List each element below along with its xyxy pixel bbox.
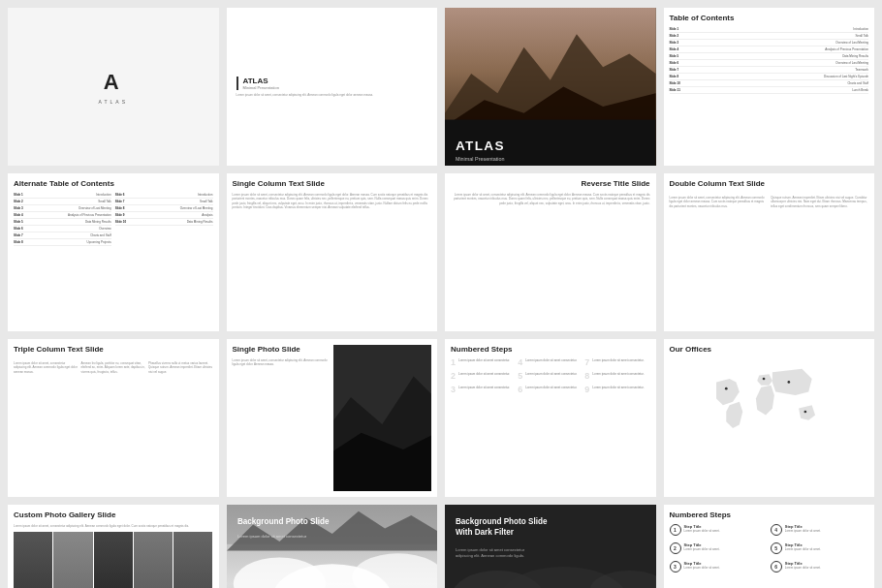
- toc-list: Slide 1Introduction Slide 2Small Talk Sl…: [670, 27, 869, 94]
- step-item: 9Lorem ipsum dolor sit amet consectetur.: [584, 386, 649, 394]
- alt-toc-cols: Slide 1Introduction Slide 2Small Talk Sl…: [14, 193, 213, 247]
- svg-text:Background Photo Slide: Background Photo Slide: [236, 518, 329, 527]
- triple-col-3: Phasellus viverra nulla ut metus varius …: [148, 361, 213, 375]
- slide-triple-col: Triple Column Text Slide Lorem ipsum dol…: [8, 339, 219, 497]
- step-item: 4Lorem ipsum dolor sit amet consectetur.: [518, 358, 583, 367]
- double-col-2: Quisque rutrum. Aenean imperdiet. Etiam …: [771, 196, 868, 209]
- photo-strip-2: [53, 532, 92, 588]
- circle-steps-grid: 1 Step TitleLorem ipsum dolor sit amet. …: [670, 524, 869, 576]
- toc-row: Slide 5Data Mining Results: [670, 54, 869, 60]
- svg-point-10: [762, 378, 765, 381]
- svg-text:adipiscing elit. Aenean commod: adipiscing elit. Aenean commodo ligula.: [456, 554, 524, 559]
- single-photo-body: Lorem ipsum dolor sit amet, consectetur …: [233, 358, 331, 367]
- triple-col-2: Aenean leo ligula, porttitor eu, consequ…: [81, 361, 146, 375]
- double-col-content: Lorem ipsum dolor sit amet, consectetur …: [670, 193, 869, 209]
- slide-bg-photo: Background Photo Slide Lorem ipsum dolor…: [227, 505, 438, 588]
- slide-atlas-line: ATLAS Minimal Presentation Lorem ipsum d…: [227, 8, 438, 166]
- svg-text:Lorem ipsum dolor sit amet con: Lorem ipsum dolor sit amet consectetur: [456, 547, 525, 552]
- custom-gallery-title: Custom Photo Gallery Slide: [14, 511, 213, 520]
- circle-step-3: 2 Step TitleLorem ipsum dolor sit amet.: [670, 542, 768, 554]
- toc-row: Slide 10Charts and Stuff: [670, 81, 869, 87]
- slide-single-col: Single Column Text Slide Lorem ipsum dol…: [227, 173, 438, 331]
- triple-col-title: Triple Column Text Slide: [14, 345, 213, 355]
- step-item: 7Lorem ipsum dolor sit amet consectetur.: [584, 358, 649, 367]
- atlas-title-text: ATLAS: [99, 99, 128, 105]
- step-item: 1Lorem ipsum dolor sit amet consectetur.: [451, 358, 516, 367]
- svg-text:Background Photo Slide: Background Photo Slide: [456, 518, 548, 527]
- photo-strip-1: [14, 532, 52, 588]
- single-photo-title: Single Photo Slide: [233, 345, 331, 355]
- photo-strip-5: [173, 532, 212, 588]
- slide-bg-photo-dark: Background Photo Slide With Dark Filter …: [445, 505, 656, 588]
- svg-point-11: [787, 381, 790, 384]
- alt-toc-col1: Slide 1Introduction Slide 2Small Talk Sl…: [14, 193, 111, 247]
- slide-numbered-steps-2: Numbered Steps 1 Step TitleLorem ipsum d…: [664, 505, 875, 588]
- svg-point-12: [803, 411, 806, 414]
- single-col-body: Lorem ipsum dolor sit amet, consectetur …: [233, 193, 432, 210]
- reverse-body: Lorem ipsum dolor sit amet, consectetur …: [451, 193, 650, 206]
- slide-atlas-title: A ATLAS: [8, 8, 219, 166]
- toc-row: Slide 11Lunch Break: [670, 88, 869, 94]
- toc-row: Slide 6Overview of Last Meeting: [670, 61, 869, 67]
- slide-grid: A ATLAS ATLAS Minimal Presentation Lorem…: [0, 0, 882, 588]
- circle-step-2: 4 Step TitleLorem ipsum dolor sit amet.: [771, 524, 868, 536]
- slide-toc: Table of Contents Slide 1Introduction Sl…: [664, 8, 875, 166]
- circle-step-4: 5 Step TitleLorem ipsum dolor sit amet.: [771, 542, 868, 554]
- custom-gallery-body: Lorem ipsum dolor sit amet, consectetur …: [14, 524, 213, 529]
- atlas-line-subtitle: Minimal Presentation: [243, 85, 432, 90]
- toc-row: Slide 4Analysis of Previous Presentation: [670, 47, 869, 53]
- step-item: 8Lorem ipsum dolor sit amet consectetur.: [584, 372, 649, 381]
- numbered-steps-1-title: Numbered Steps: [451, 345, 650, 355]
- toc-row: Slide 7Teamwork: [670, 68, 869, 74]
- numbered-steps-2-title: Numbered Steps: [670, 511, 869, 520]
- toc-row: Slide 2Small Talk: [670, 34, 869, 40]
- step-item: 5Lorem ipsum dolor sit amet consectetur.: [518, 372, 583, 381]
- double-col-1: Lorem ipsum dolor sit amet, consectetur …: [670, 196, 768, 209]
- toc-title: Table of Contents: [670, 14, 869, 23]
- slide-double-col: Double Column Text Slide Lorem ipsum dol…: [664, 173, 875, 331]
- single-col-title: Single Column Text Slide: [233, 179, 432, 189]
- toc-row: Slide 8Discussion of Last Night's Episod…: [670, 75, 869, 80]
- offices-title: Our Offices: [670, 345, 869, 355]
- world-map: [670, 358, 869, 447]
- mountain-bg-svg: ATLAS Minimal Presentation: [445, 8, 656, 166]
- photo-strips: [14, 532, 213, 588]
- toc-row: Slide 1Introduction: [670, 27, 869, 33]
- step-item: 3Lorem ipsum dolor sit amet consectetur.: [451, 386, 516, 394]
- atlas-logo-letter: A: [104, 70, 123, 95]
- svg-text:With Dark Filter: With Dark Filter: [456, 529, 515, 538]
- bg-photo-dark-svg: Background Photo Slide With Dark Filter …: [445, 505, 656, 588]
- slide-atlas-photo: ATLAS Minimal Presentation: [445, 8, 656, 166]
- reverse-title-text: Reverse Title Slide: [451, 179, 650, 189]
- map-svg: [679, 362, 859, 442]
- circle-step-5: 3 Step TitleLorem ipsum dolor sit amet.: [670, 561, 768, 573]
- step-item: 6Lorem ipsum dolor sit amet consectetur.: [518, 386, 583, 394]
- double-col-title: Double Column Text Slide: [670, 179, 869, 189]
- svg-text:Lorem ipsum dolor sit amet con: Lorem ipsum dolor sit amet consectetur: [236, 534, 306, 539]
- atlas-line-body: Lorem ipsum dolor sit amet, consectetur …: [236, 93, 432, 98]
- slide-single-photo: Single Photo Slide Lorem ipsum dolor sit…: [227, 339, 438, 497]
- slide-custom-gallery: Custom Photo Gallery Slide Lorem ipsum d…: [8, 505, 219, 588]
- slide-alt-toc: Alternate Table of Contents Slide 1Intro…: [8, 173, 219, 331]
- circle-step-6: 6 Step TitleLorem ipsum dolor sit amet.: [771, 561, 868, 573]
- toc-row: Slide 3Overview of Last Meeting: [670, 41, 869, 46]
- svg-point-9: [725, 387, 728, 390]
- svg-text:Minimal Presentation: Minimal Presentation: [456, 156, 505, 162]
- single-photo-image: [333, 345, 431, 491]
- step-item: 2Lorem ipsum dolor sit amet consectetur.: [451, 372, 516, 381]
- slide-numbered-steps-1: Numbered Steps 1Lorem ipsum dolor sit am…: [445, 339, 656, 497]
- svg-text:ATLAS: ATLAS: [456, 139, 505, 153]
- steps-grid: 1Lorem ipsum dolor sit amet consectetur.…: [451, 358, 650, 397]
- photo-strip-3: [94, 532, 133, 588]
- triple-col-content: Lorem ipsum dolor sit amet, consectetur …: [14, 358, 213, 375]
- atlas-line-title: ATLAS: [243, 77, 432, 85]
- triple-col-1: Lorem ipsum dolor sit amet, consectetur …: [14, 361, 79, 375]
- alt-toc-title: Alternate Table of Contents: [14, 179, 213, 189]
- slide-reverse-title: Reverse Title Slide Lorem ipsum dolor si…: [445, 173, 656, 331]
- slide-offices: Our Offices: [664, 339, 875, 497]
- photo-strip-4: [134, 532, 173, 588]
- alt-toc-col2: Slide 6Introduction Slide 7Small Talk Sl…: [115, 193, 213, 247]
- circle-step-1: 1 Step TitleLorem ipsum dolor sit amet.: [670, 524, 768, 536]
- bg-photo-svg: Background Photo Slide Lorem ipsum dolor…: [227, 505, 438, 588]
